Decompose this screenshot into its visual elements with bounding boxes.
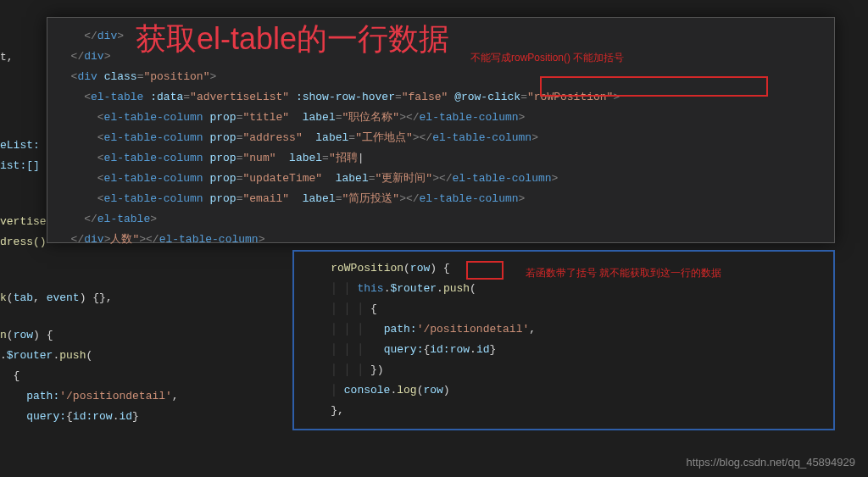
left-line: k(tab, event) {}, [0,291,113,304]
code-line: │ │ │ path:'/positiondetail', [304,319,823,340]
left-line: .$router.push( [0,349,92,362]
code-line: │ │ │ }) [304,360,823,380]
annotation-note-2: 若函数带了括号 就不能获取到这一行的数据 [526,266,721,280]
code-line: <el-table-column prop="email" label="简历投… [58,189,824,209]
code-line: </div>人数"></el-table-column> [58,230,824,250]
watermark: https://blog.csdn.net/qq_45894929 [687,456,856,469]
code-line: <el-table-column prop="address" label="工… [58,128,824,148]
left-line: n(row) { [0,329,53,341]
left-line: eList: [0,139,40,152]
annotation-note-1: 不能写成rowPosition() 不能加括号 [470,51,624,65]
left-line: t, [0,51,14,64]
code-line: │ console.log(row) [304,380,823,401]
highlight-box-2 [466,261,504,280]
code-line: <el-table-column prop="title" label="职位名… [58,108,824,128]
left-line: dress() [0,236,47,248]
code-line: │ │ this.$router.push( [304,279,823,299]
code-line-editing[interactable]: <el-table-column prop="num" label="招聘| [58,148,824,169]
annotation-title: 获取el-table的一行数据 [136,19,449,60]
highlight-box-1 [540,76,768,97]
left-line: { [0,369,19,382]
code-line: │ │ │ query:{id:row.id} [304,340,823,360]
left-line: path:'/positiondetail', [0,390,179,402]
code-line: │ │ │ { [304,299,823,319]
code-line: <el-table-column prop="updateTime" label… [58,169,824,189]
code-line: }, [304,401,823,421]
code-line: </el-table> [58,209,824,230]
left-line: query:{id:row.id} [0,410,139,423]
left-line: ist:[] [0,159,40,172]
